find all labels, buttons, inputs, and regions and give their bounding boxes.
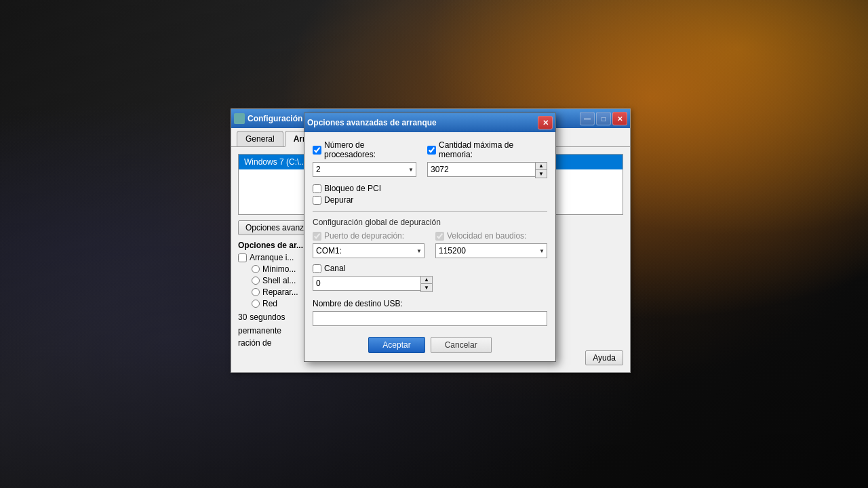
minimo-radio[interactable] (252, 265, 260, 273)
canal-checkbox[interactable] (313, 264, 321, 273)
puerto-select[interactable]: COM1: COM2: COM3: (313, 243, 425, 258)
puerto-select-wrapper: COM1: COM2: COM3: (313, 243, 425, 258)
memoria-spin-down[interactable]: ▼ (536, 170, 547, 178)
tab-general[interactable]: General (237, 131, 283, 146)
memoria-checkbox[interactable] (427, 146, 436, 155)
canal-spin-down[interactable]: ▼ (421, 284, 432, 291)
depuracion-label: ración de (238, 338, 271, 348)
timeout-value: 30 (238, 312, 247, 322)
minimo-label: Mínimo... (262, 264, 296, 274)
reparar-label: Reparar... (262, 287, 298, 297)
procesadores-checkbox[interactable] (313, 146, 321, 155)
velocidad-col: Velocidad en baudios: 9600 19200 38400 5… (435, 231, 547, 258)
minimize-button[interactable]: — (580, 112, 595, 125)
velocidad-label: Velocidad en baudios: (447, 231, 526, 241)
procesadores-select[interactable]: 1 2 4 8 16 (313, 162, 416, 177)
dialog-title: Opciones avanzadas de arranque (307, 118, 538, 127)
close-button[interactable]: ✕ (612, 112, 627, 125)
top-options-row: Número de procesadores: 1 2 4 8 16 Canti… (313, 140, 547, 178)
red-radio[interactable] (252, 300, 260, 308)
puerto-checkbox[interactable] (313, 232, 321, 241)
canal-input-row: 0 ▲ ▼ (313, 276, 547, 292)
advanced-boot-dialog: Opciones avanzadas de arranque ✕ Número … (304, 113, 556, 362)
ayuda-button[interactable]: Ayuda (585, 350, 623, 365)
dialog-actions: Aceptar Cancelar (313, 337, 547, 353)
depurar-label: Depurar (324, 195, 353, 205)
memoria-label: Cantidad máxima de memoria: (439, 140, 547, 159)
puerto-label: Puerto de depuración: (324, 231, 404, 241)
memoria-spin-buttons: ▲ ▼ (535, 162, 547, 178)
velocidad-checkbox[interactable] (435, 232, 444, 241)
velocidad-check-row: Velocidad en baudios: (435, 231, 547, 241)
bloqueo-pci-label: Bloqueo de PCI (324, 184, 381, 193)
config-global-label: Configuración global de depuración (313, 218, 547, 227)
bloqueo-pci-checkbox[interactable] (313, 184, 321, 193)
aceptar-button[interactable]: Aceptar (368, 337, 425, 353)
maximize-button[interactable]: □ (596, 112, 611, 125)
usb-input-row (313, 311, 547, 326)
canal-spin-buttons: ▲ ▼ (420, 276, 433, 292)
depuracion-options-row: Puerto de depuración: COM1: COM2: COM3: … (313, 231, 547, 258)
canal-row: Canal (313, 264, 547, 273)
memoria-input[interactable]: 3072 (427, 162, 535, 177)
depurar-row: Depurar (313, 195, 547, 205)
procesadores-label: Número de procesadores: (324, 140, 416, 159)
procesadores-select-wrapper: 1 2 4 8 16 (313, 162, 416, 177)
usb-label: Nombre de destino USB: (313, 299, 403, 308)
puerto-col: Puerto de depuración: COM1: COM2: COM3: (313, 231, 425, 258)
ayuda-button-container: Ayuda (585, 350, 623, 365)
depurar-checkbox[interactable] (313, 196, 321, 205)
velocidad-select-wrapper: 9600 19200 38400 57600 115200 (435, 243, 547, 258)
memoria-check-row: Cantidad máxima de memoria: (427, 140, 547, 159)
separator (313, 211, 547, 212)
window-controls: — □ ✕ (580, 112, 627, 125)
canal-label: Canal (324, 264, 345, 273)
velocidad-select[interactable]: 9600 19200 38400 57600 115200 (435, 243, 547, 258)
shell-label: Shell al... (262, 276, 296, 285)
bloqueo-pci-row: Bloqueo de PCI (313, 184, 547, 193)
usb-input[interactable] (313, 311, 547, 326)
permanente-label: permanente (238, 326, 281, 336)
usb-label-row: Nombre de destino USB: (313, 299, 547, 308)
canal-spinner: 0 ▲ ▼ (313, 276, 380, 292)
procesadores-check-row: Número de procesadores: (313, 140, 416, 159)
reparar-radio[interactable] (252, 288, 260, 296)
memoria-spin-up[interactable]: ▲ (536, 163, 547, 170)
canal-input[interactable]: 0 (313, 276, 420, 291)
dialog-titlebar: Opciones avanzadas de arranque ✕ (304, 113, 555, 132)
dialog-body: Número de procesadores: 1 2 4 8 16 Canti… (304, 132, 555, 361)
segundos-label: segundos (250, 312, 285, 322)
memoria-spinner: 3072 ▲ ▼ (427, 162, 547, 178)
cancelar-button[interactable]: Cancelar (431, 337, 492, 353)
canal-spin-up[interactable]: ▲ (421, 277, 432, 284)
puerto-check-row: Puerto de depuración: (313, 231, 425, 241)
red-label: Red (262, 299, 277, 308)
procesadores-col: Número de procesadores: 1 2 4 8 16 (313, 140, 416, 178)
arranque-checkbox[interactable] (238, 253, 247, 262)
arranque-label: Arranque i... (250, 253, 294, 262)
config-window-icon (234, 113, 245, 124)
dialog-close-button[interactable]: ✕ (538, 116, 553, 129)
memoria-col: Cantidad máxima de memoria: 3072 ▲ ▼ (427, 140, 547, 178)
shell-radio[interactable] (252, 277, 260, 285)
